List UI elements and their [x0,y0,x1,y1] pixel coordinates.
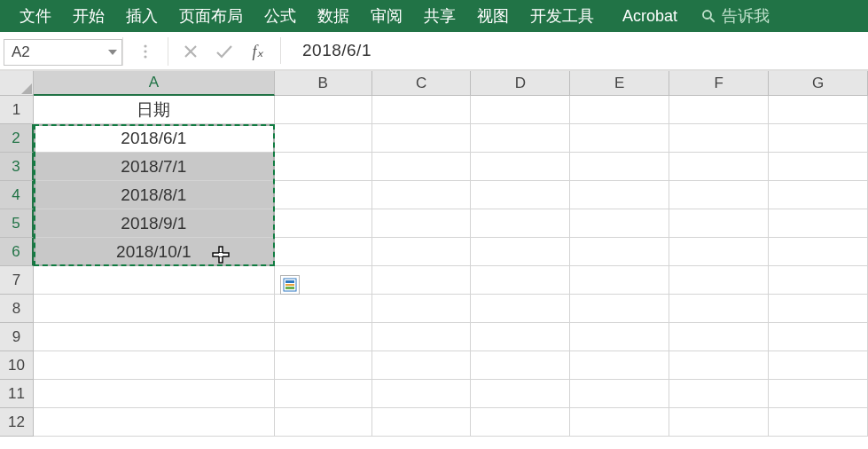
cell-B11[interactable] [275,380,372,408]
cell-F2[interactable] [669,124,769,153]
cell-E6[interactable] [570,238,669,266]
cell-F4[interactable] [669,181,769,209]
tab-file[interactable]: 文件 [9,0,62,32]
select-all-corner[interactable] [0,71,34,96]
row-header-6[interactable]: 6 [0,238,34,266]
cell-A1[interactable]: 日期 [34,96,275,124]
row-header-11[interactable]: 11 [0,380,34,408]
cell-D11[interactable] [471,380,570,408]
cell-E2[interactable] [570,124,669,153]
cell-F12[interactable] [669,408,769,437]
row-header-7[interactable]: 7 [0,266,34,295]
cell-C2[interactable] [372,124,472,153]
cell-G6[interactable] [769,238,868,266]
cell-D10[interactable] [471,351,570,380]
cell-B5[interactable] [275,209,372,238]
cell-A3[interactable]: 2018/7/1 [34,153,275,181]
cell-C8[interactable] [372,295,472,323]
cell-B2[interactable] [275,124,372,153]
tab-review[interactable]: 审阅 [360,0,413,32]
cell-B9[interactable] [275,323,372,351]
cell-D6[interactable] [471,238,570,266]
cell-A12[interactable] [34,408,275,437]
enter-button[interactable] [207,37,241,66]
cell-G10[interactable] [769,351,868,380]
cell-E9[interactable] [570,323,669,351]
cell-E7[interactable] [570,266,669,295]
cell-A6[interactable]: 2018/10/1 [34,238,275,266]
cell-C5[interactable] [372,209,472,238]
cell-D8[interactable] [471,295,570,323]
cell-G11[interactable] [769,380,868,408]
cancel-button[interactable] [174,37,207,66]
tab-share[interactable]: 共享 [413,0,466,32]
formula-input[interactable]: 2018/6/1 [280,37,868,64]
cell-D2[interactable] [471,124,570,153]
cell-F10[interactable] [669,351,769,380]
cell-D7[interactable] [471,266,570,295]
cell-B10[interactable] [275,351,372,380]
cell-A9[interactable] [34,323,275,351]
cell-C11[interactable] [372,380,472,408]
cell-A7[interactable] [34,266,275,295]
cell-G7[interactable] [769,266,868,295]
cell-A5[interactable]: 2018/9/1 [34,209,275,238]
cell-B1[interactable] [275,96,372,124]
cell-A8[interactable] [34,295,275,323]
column-header-A[interactable]: A [34,71,275,96]
cell-A2[interactable]: 2018/6/1 [34,124,275,153]
cell-E1[interactable] [570,96,669,124]
cell-C6[interactable] [372,238,472,266]
cell-G3[interactable] [769,153,868,181]
cell-E4[interactable] [570,181,669,209]
tab-page-layout[interactable]: 页面布局 [168,0,254,32]
row-header-1[interactable]: 1 [0,96,34,124]
cell-C4[interactable] [372,181,472,209]
row-header-3[interactable]: 3 [0,153,34,181]
row-header-8[interactable]: 8 [0,295,34,323]
cell-B3[interactable] [275,153,372,181]
cell-E11[interactable] [570,380,669,408]
cell-E10[interactable] [570,351,669,380]
cell-B6[interactable] [275,238,372,266]
column-header-C[interactable]: C [372,71,472,96]
column-header-E[interactable]: E [570,71,669,96]
tab-view[interactable]: 视图 [466,0,520,32]
cell-D12[interactable] [471,408,570,437]
column-header-B[interactable]: B [275,71,372,96]
cell-D9[interactable] [471,323,570,351]
row-header-2[interactable]: 2 [0,124,34,153]
tab-home[interactable]: 开始 [62,0,115,32]
cell-G5[interactable] [769,209,868,238]
cell-A11[interactable] [34,380,275,408]
cell-F5[interactable] [669,209,769,238]
cell-D5[interactable] [471,209,570,238]
cell-D1[interactable] [471,96,570,124]
cell-E8[interactable] [570,295,669,323]
cell-G2[interactable] [769,124,868,153]
cell-F3[interactable] [669,153,769,181]
cell-E3[interactable] [570,153,669,181]
row-header-9[interactable]: 9 [0,323,34,351]
tab-formulas[interactable]: 公式 [254,0,307,32]
cell-C9[interactable] [372,323,472,351]
cell-B4[interactable] [275,181,372,209]
row-header-12[interactable]: 12 [0,408,34,437]
cell-C7[interactable] [372,266,472,295]
cell-A10[interactable] [34,351,275,380]
cell-C3[interactable] [372,153,472,181]
cell-D4[interactable] [471,181,570,209]
cell-B12[interactable] [275,408,372,437]
cell-G9[interactable] [769,323,868,351]
cell-F11[interactable] [669,380,769,408]
column-header-D[interactable]: D [471,71,570,96]
cell-G8[interactable] [769,295,868,323]
cell-F8[interactable] [669,295,769,323]
cell-C10[interactable] [372,351,472,380]
insert-function-button[interactable]: fₓ [241,37,275,66]
tab-insert[interactable]: 插入 [115,0,168,32]
cell-E12[interactable] [570,408,669,437]
row-header-10[interactable]: 10 [0,351,34,380]
cell-C12[interactable] [372,408,472,437]
column-header-F[interactable]: F [669,71,769,96]
